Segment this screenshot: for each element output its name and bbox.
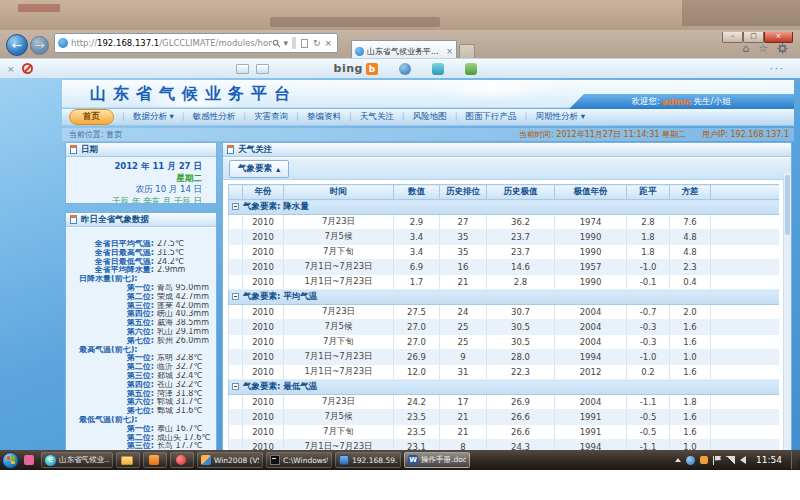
- cell-time: 7月下旬: [284, 425, 394, 440]
- taskbar-button-label: C:\Windows\s...: [283, 456, 328, 465]
- stat-row: 第五位: 菏泽 31.8℃: [66, 390, 216, 399]
- forward-button[interactable]: →: [30, 36, 49, 55]
- taskbar-button[interactable]: C:\Windows\s...: [266, 452, 332, 468]
- table-row: 2010 1月1日~7月23日 12.0 31 22.3 2012 0.2: [229, 365, 780, 380]
- stat-row: 第二位: 荣成 42.7mm: [66, 293, 216, 302]
- column-header: 年份: [243, 185, 284, 200]
- toolbar-plugin-icon[interactable]: [236, 64, 249, 74]
- cell-value: 2.9: [394, 215, 440, 230]
- toolbar-plugin-icon[interactable]: [432, 63, 444, 75]
- start-button[interactable]: [2, 452, 19, 469]
- tab-close-icon[interactable]: ×: [446, 47, 453, 56]
- taskbar-clock[interactable]: 11:54: [752, 455, 786, 465]
- date-line: 壬辰 年 辛亥 月 壬辰 日: [66, 196, 202, 205]
- toolbar-plugin-icon[interactable]: [399, 63, 411, 75]
- taskbar-button[interactable]: [22, 452, 38, 468]
- cell-time: 7月1日~7月23日: [284, 350, 394, 365]
- nav-item[interactable]: 数据分析 ▾: [114, 111, 174, 123]
- collapse-icon[interactable]: [232, 293, 239, 300]
- system-tray: [672, 456, 749, 465]
- element-filter-button[interactable]: 气象要素 ▴: [229, 160, 289, 178]
- cell-extreme-year: 2004: [555, 395, 627, 410]
- address-bar[interactable]: http://192.168.137.1/GLCCLIMATE/modules/…: [54, 33, 338, 53]
- tray-icon[interactable]: [686, 456, 695, 465]
- taskbar-button[interactable]: 操作手册.docx ...: [404, 452, 470, 468]
- collapse-icon[interactable]: [232, 203, 239, 210]
- maximize-button[interactable]: □: [743, 32, 764, 43]
- scrollbar-thumb[interactable]: [785, 175, 790, 235]
- cell-time: 7月下旬: [284, 245, 394, 260]
- close-button[interactable]: ×: [764, 32, 793, 43]
- cell-value: 6.9: [394, 260, 440, 275]
- breadcrumb: 当前位置: 首页: [62, 129, 122, 140]
- show-desktop-button[interactable]: [791, 451, 798, 469]
- taskbar-button[interactable]: [170, 452, 194, 468]
- taskbar-button[interactable]: Win2008 (VS2...: [197, 452, 263, 468]
- weather-stats-panel: 昨日全省气象数据 全省日平均气温: 27.5℃ 全省日最高气温:: [65, 212, 217, 470]
- cell-anomaly: -0.3: [627, 320, 670, 335]
- tray-icon[interactable]: [700, 456, 708, 464]
- nav-item[interactable]: 敏感性分析: [174, 111, 235, 123]
- home-icon[interactable]: ⌂: [742, 42, 749, 55]
- stat-row: 第六位: 郓城 31.7℃: [66, 398, 216, 407]
- toolbar-more-icon[interactable]: ···: [769, 63, 793, 74]
- group-row: 气象要素: 平均气温: [229, 290, 780, 305]
- search-dropdown-icon[interactable]: ▾: [281, 38, 290, 48]
- back-button[interactable]: ←: [6, 34, 28, 56]
- nav-item[interactable]: 天气关注: [341, 111, 394, 123]
- bing-logo[interactable]: bing b: [334, 62, 378, 75]
- cell-rank: 25: [440, 335, 487, 350]
- column-header: 方差: [670, 185, 711, 200]
- stop-icon[interactable]: ×: [322, 38, 334, 48]
- favorites-star-icon[interactable]: ☆: [758, 42, 768, 55]
- stat-value: 苍山 32.2℃: [154, 381, 216, 390]
- nav-item[interactable]: 首页: [69, 109, 114, 125]
- toolbar-plugin-icon[interactable]: [256, 64, 269, 74]
- tray-icon[interactable]: [713, 456, 721, 465]
- toolbar-close-icon[interactable]: ×: [7, 64, 15, 74]
- taskbar-button-icon: [24, 455, 34, 465]
- gear-icon[interactable]: [777, 43, 788, 54]
- cell-anomaly: -0.7: [627, 305, 670, 320]
- cell-year: 2010: [243, 230, 284, 245]
- cell-value: 1.7: [394, 275, 440, 290]
- tray-icon[interactable]: [740, 456, 746, 464]
- scrollbar[interactable]: [783, 173, 791, 470]
- collapse-icon[interactable]: [232, 383, 239, 390]
- table-row: 2010 7月23日 27.5 24 30.7 2004 -0.7: [229, 305, 780, 320]
- stat-label: 第四位:: [66, 310, 154, 319]
- refresh-icon[interactable]: ↻: [311, 38, 323, 48]
- cell-rank: 16: [440, 260, 487, 275]
- stat-value: 东明 32.8℃: [154, 354, 216, 363]
- toolbar-plugin-icon[interactable]: [465, 63, 477, 75]
- tray-icon[interactable]: [726, 456, 735, 464]
- table-toolbar: 气象要素 ▴: [223, 158, 791, 180]
- blocker-icon[interactable]: [22, 63, 33, 74]
- compatibility-icon[interactable]: [301, 39, 308, 48]
- date-panel: 日期 2012 年 11 月 27 日 星期二 农历 10 月 14 日 壬辰 …: [65, 142, 217, 204]
- stat-value: 青岛 95.0mm: [154, 284, 216, 293]
- nav-item[interactable]: 图面下行产品: [447, 111, 517, 123]
- tray-icon[interactable]: [675, 458, 681, 462]
- stat-label: 全省平均降水量:: [66, 266, 154, 275]
- stat-label: 全省日最高气温:: [66, 249, 154, 258]
- stat-value: 临沂 32.7℃: [154, 363, 216, 372]
- nav-item[interactable]: 整编资料: [288, 111, 341, 123]
- minimize-button[interactable]: –: [722, 32, 743, 43]
- search-icon[interactable]: [272, 39, 281, 48]
- column-header: 距平: [627, 185, 670, 200]
- nav-item[interactable]: 灾害查询: [235, 111, 288, 123]
- taskbar-button[interactable]: [116, 452, 140, 468]
- nav-item[interactable]: 周期性分析 ▾: [517, 111, 585, 123]
- cell-time: 7月23日: [284, 395, 394, 410]
- taskbar-button[interactable]: [143, 452, 167, 468]
- taskbar-button-label: Win2008 (VS2...: [214, 456, 259, 465]
- cell-value: 12.0: [394, 365, 440, 380]
- taskbar-button[interactable]: 山东省气候业...: [41, 452, 113, 468]
- taskbar-button[interactable]: 192.168.59.99...: [335, 452, 401, 468]
- nav-item[interactable]: 风险地图: [394, 111, 447, 123]
- stat-row: 最高气温(前七):: [66, 346, 216, 355]
- date-line: 星期二: [66, 173, 202, 185]
- main-navigation: 首页 数据分析 ▾ 敏感性分析 灾害查询 整编资料 天气关注 风险地图 图面下: [62, 109, 794, 126]
- column-header: 极值年份: [555, 185, 627, 200]
